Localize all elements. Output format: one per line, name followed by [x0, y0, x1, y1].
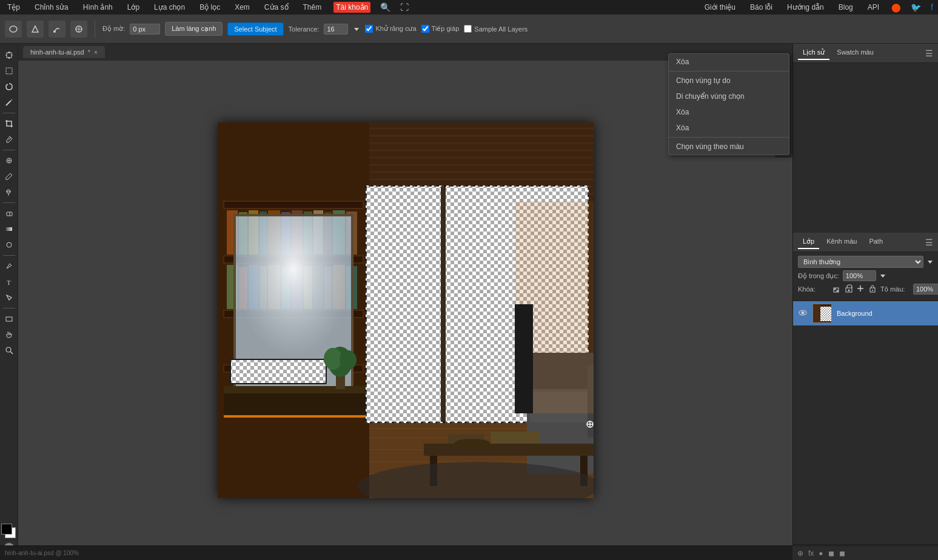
menu-hinhanh[interactable]: Hình ảnh: [81, 2, 115, 13]
menu-taikhoan[interactable]: Tài khoản: [333, 2, 370, 13]
pen-tool[interactable]: [2, 259, 16, 273]
opacity-label: Độ mờ:: [102, 25, 125, 33]
menu-blog[interactable]: Blog: [836, 2, 856, 13]
layer-visibility-icon[interactable]: [798, 308, 808, 319]
canvas-frame: [218, 122, 594, 498]
lasso-tool[interactable]: [2, 80, 16, 93]
blend-dropdown-icon: [927, 259, 933, 265]
opacity-panel-input[interactable]: [843, 270, 876, 281]
menu-xem[interactable]: Xem: [232, 2, 252, 13]
svg-marker-121: [880, 275, 885, 278]
lock-image-icon[interactable]: [844, 284, 853, 295]
ctx-item-3[interactable]: Xóa: [669, 104, 789, 120]
left-panel: T: [0, 44, 18, 560]
gradient-tool[interactable]: [2, 222, 16, 236]
close-tab-btn[interactable]: ×: [94, 49, 98, 56]
status-link-icon[interactable]: ⊕: [797, 549, 803, 558]
contiguous-checkbox[interactable]: [421, 25, 429, 33]
opacity-panel-label: Độ trong đục:: [798, 272, 839, 280]
status-square-icon[interactable]: ◼: [828, 549, 834, 558]
opacity-input[interactable]: [130, 24, 160, 35]
status-fx-icon[interactable]: fx: [808, 549, 814, 558]
tolerance-dropdown-icon[interactable]: [353, 25, 360, 33]
menu-gioithieu[interactable]: Giới thiệu: [702, 2, 738, 13]
hand-tool[interactable]: [2, 328, 16, 341]
main-status-bar: hinh-anh-tu-ai.psd @ 100%: [0, 545, 792, 560]
swatch-tab[interactable]: Swatch màu: [832, 46, 879, 60]
tolerance-input[interactable]: [324, 24, 348, 35]
ctx-item-2[interactable]: Di chuyển vùng chọn: [669, 88, 789, 104]
tool-poly-lasso[interactable]: [27, 21, 44, 38]
svg-rect-47: [224, 201, 363, 208]
fill-input[interactable]: [913, 284, 938, 295]
shape-tool[interactable]: [2, 312, 16, 325]
eraser-tool[interactable]: [2, 207, 16, 220]
tool-magic-lasso[interactable]: [49, 21, 65, 38]
history-panel-menu[interactable]: ☰: [925, 48, 933, 58]
menu-them[interactable]: Thêm: [301, 2, 324, 13]
status-circle-icon[interactable]: ●: [819, 549, 823, 558]
file-tab-name: hinh-anh-tu-ai.psd: [30, 48, 84, 56]
channels-tab[interactable]: Kênh màu: [822, 235, 862, 249]
move-tool[interactable]: [2, 48, 16, 62]
dodge-tool[interactable]: [2, 238, 16, 252]
lock-position-icon[interactable]: [856, 284, 865, 295]
menu-huongdan[interactable]: Hướng dẫn: [785, 2, 826, 13]
color-picker-area: [0, 515, 18, 539]
sample-label: Sample All Layers: [474, 25, 528, 33]
blend-mode-select[interactable]: Bình thường Nhân Màn hình: [798, 256, 923, 268]
lock-all-icon[interactable]: [868, 284, 877, 295]
tool-sep-5: [3, 308, 15, 308]
type-tool[interactable]: T: [2, 275, 16, 288]
smooth-btn[interactable]: Làm láng cạnh: [165, 22, 223, 36]
svg-rect-83: [231, 360, 326, 383]
antialias-group: Khử răng cưa: [365, 25, 416, 33]
spot-heal-tool[interactable]: [2, 154, 16, 167]
toolbar: Độ mờ: Làm láng cạnh Select Subject Tole…: [0, 15, 938, 44]
foreground-color[interactable]: [1, 524, 12, 535]
menu-baoloi[interactable]: Báo lỗi: [748, 2, 775, 13]
antialias-checkbox[interactable]: [365, 25, 373, 33]
ctx-item-1[interactable]: Chọn vùng tự do: [669, 73, 789, 88]
path-tab[interactable]: Path: [864, 235, 888, 249]
eyedropper-tool[interactable]: [2, 133, 16, 146]
zoom-tool[interactable]: [2, 344, 16, 357]
lock-transparent-icon[interactable]: [832, 284, 840, 295]
menu-boloc[interactable]: Bộ lọc: [197, 2, 223, 13]
menu-chinhsua[interactable]: Chỉnh sửa: [32, 2, 71, 13]
layers-panel-menu[interactable]: ☰: [925, 238, 933, 247]
select-subject-btn[interactable]: Select Subject: [227, 22, 283, 36]
history-tab[interactable]: Lịch sử: [798, 46, 829, 60]
fullscreen-icon[interactable]: ⛶: [400, 2, 409, 12]
context-menu: Xóa Chọn vùng tự do Di chuyển vùng chọn …: [668, 53, 789, 155]
wand-tool[interactable]: [2, 96, 16, 109]
contiguous-group: Tiếp giáp: [421, 25, 460, 33]
path-select-tool[interactable]: [2, 291, 16, 304]
marquee-tool[interactable]: [2, 64, 16, 78]
file-tab[interactable]: hinh-anh-tu-ai.psd * ×: [23, 46, 105, 58]
crop-tool[interactable]: [2, 117, 16, 130]
menu-api[interactable]: API: [865, 2, 882, 13]
layers-tab[interactable]: Lớp: [798, 235, 819, 249]
menu-luachon[interactable]: Lựa chọn: [152, 2, 187, 13]
search-icon[interactable]: 🔍: [380, 2, 390, 12]
tolerance-label: Tolerance:: [289, 25, 320, 33]
ctx-item-5[interactable]: Chọn vùng theo màu: [669, 139, 789, 155]
tool-extra[interactable]: [70, 21, 87, 38]
fill-label: Tô màu:: [880, 285, 911, 293]
menu-bar: Tệp Chỉnh sửa Hình ảnh Lớp Lựa chọn Bộ l…: [0, 0, 938, 15]
sample-checkbox[interactable]: [464, 25, 472, 33]
menu-cuaso[interactable]: Cửa sổ: [262, 2, 291, 13]
clone-stamp-tool[interactable]: [2, 185, 16, 199]
svg-rect-80: [224, 415, 375, 418]
menu-tep[interactable]: Tệp: [5, 2, 22, 13]
menu-lop[interactable]: Lớp: [125, 2, 142, 13]
blend-row: Bình thường Nhân Màn hình: [798, 256, 933, 268]
tool-lasso[interactable]: [5, 21, 22, 38]
status-square2-icon[interactable]: ◼: [839, 549, 845, 558]
ctx-item-4[interactable]: Xóa: [669, 120, 789, 136]
layer-background[interactable]: Background: [793, 301, 938, 325]
brush-tool[interactable]: [2, 170, 16, 183]
opacity-dropdown-icon: [880, 273, 886, 279]
ctx-item-0[interactable]: Xóa: [669, 54, 789, 70]
